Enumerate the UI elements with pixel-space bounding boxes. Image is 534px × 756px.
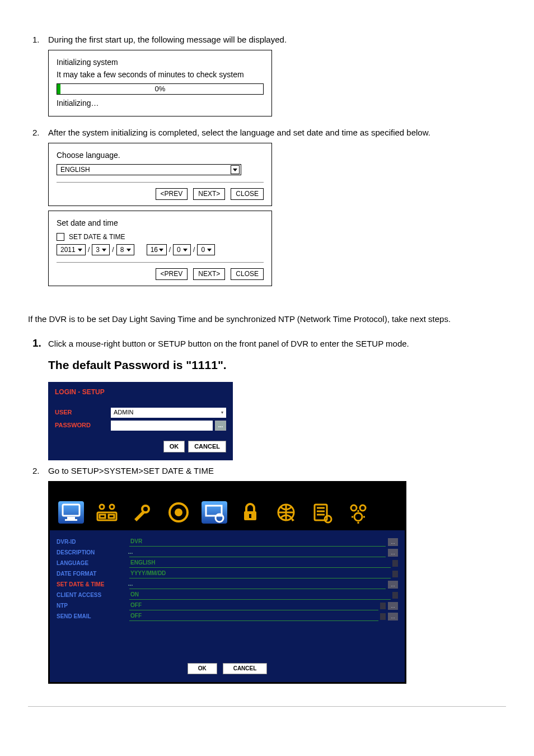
setup-row-label: LANGUAGE <box>57 559 129 567</box>
language-select[interactable]: ENGLISH <box>57 164 241 175</box>
cancel-button[interactable]: CANCEL <box>223 663 268 674</box>
chevron-down-icon[interactable] <box>392 560 398 567</box>
tools-tab-icon[interactable] <box>127 499 158 526</box>
password-field[interactable] <box>111 421 213 431</box>
progress-pct: 0% <box>57 84 263 94</box>
more-button[interactable]: ... <box>388 602 398 610</box>
chevron-down-icon[interactable] <box>231 165 240 174</box>
chevron-down-icon[interactable] <box>158 246 165 254</box>
setup-row: DATE FORMATYYYY/MM/DD <box>57 570 398 578</box>
svg-rect-16 <box>249 514 251 518</box>
log-tab-icon[interactable] <box>306 499 338 526</box>
next-button[interactable]: NEXT> <box>193 188 225 200</box>
setup-row-value[interactable]: YYYY/MM/DD <box>129 570 391 578</box>
network-tab-icon[interactable] <box>270 499 302 526</box>
chevron-down-icon[interactable] <box>380 613 386 620</box>
user-label: USER <box>55 408 111 417</box>
chevron-down-icon[interactable] <box>181 246 189 254</box>
day-select[interactable]: 8 <box>116 244 134 255</box>
setup-row-value[interactable]: ... <box>129 548 386 557</box>
ntp-paragraph: If the DVR is to be set Day Light Saving… <box>28 313 506 325</box>
display-tab-icon[interactable] <box>55 499 87 526</box>
password-keypad-button[interactable]: ... <box>215 421 226 431</box>
step2-text: After the system initializing is complet… <box>48 127 506 138</box>
dt-title: Set date and time <box>57 218 264 229</box>
month-value: 3 <box>96 245 100 255</box>
devices-tab-icon[interactable] <box>91 499 123 526</box>
cancel-button[interactable]: CANCEL <box>188 441 226 452</box>
svg-rect-2 <box>67 517 75 519</box>
setup-row-value[interactable]: DVR <box>129 538 386 547</box>
step1-text: During the first start up, the following… <box>48 34 506 45</box>
setup-row-label: DESCRIPTION <box>57 549 129 557</box>
minute-select[interactable]: 0 <box>173 244 191 255</box>
set-datetime-checkbox[interactable] <box>57 233 64 241</box>
hour-value: 16 <box>151 245 158 255</box>
init-line2: It may take a few seconds of minutes to … <box>57 69 264 81</box>
user-select[interactable]: ADMIN ▾ <box>111 408 226 418</box>
ok-button[interactable]: OK <box>188 663 217 674</box>
setup-step2-text: Go to SETUP>SYSTEM>SET DATE & TIME <box>48 465 506 477</box>
misc-tab-icon[interactable] <box>342 499 373 526</box>
user-value: ADMIN <box>114 408 133 417</box>
slash: / <box>193 245 195 255</box>
close-button[interactable]: CLOSE <box>231 268 264 280</box>
chevron-down-icon[interactable]: ▾ <box>221 409 223 416</box>
svg-point-9 <box>142 506 149 512</box>
svg-point-22 <box>354 513 362 521</box>
year-select[interactable]: 2011 <box>57 244 86 255</box>
setup-row-value[interactable]: ENGLISH <box>129 559 391 568</box>
month-select[interactable]: 3 <box>92 244 110 255</box>
login-dialog: LOGIN - SETUP USER ADMIN ▾ PASSWORD ... … <box>48 382 233 460</box>
setup-row-value[interactable]: ON <box>129 591 391 600</box>
chevron-down-icon[interactable] <box>100 246 108 254</box>
svg-point-21 <box>360 505 366 511</box>
list-number: 2. <box>28 465 48 477</box>
list-number: 2. <box>28 127 48 138</box>
record-tab-icon[interactable] <box>163 499 194 526</box>
chevron-down-icon[interactable] <box>380 603 386 609</box>
next-button[interactable]: NEXT> <box>193 268 225 280</box>
chevron-down-icon[interactable] <box>205 246 213 254</box>
init-dialog: Initializing system It may take a few se… <box>48 50 272 116</box>
progress-bar: 0% <box>57 83 264 95</box>
svg-rect-7 <box>100 515 105 518</box>
prev-button[interactable]: <PREV <box>156 268 188 280</box>
language-value: ENGLISH <box>60 165 90 175</box>
setup-row-value[interactable]: ... <box>129 580 386 589</box>
setup-row-label: SET DATE & TIME <box>57 581 129 589</box>
chevron-down-icon[interactable] <box>392 571 398 577</box>
minute-value: 0 <box>177 245 181 255</box>
svg-point-20 <box>351 505 357 511</box>
more-button[interactable]: ... <box>388 549 398 557</box>
chevron-down-icon[interactable] <box>392 592 398 599</box>
hour-select[interactable]: 16 <box>147 244 167 255</box>
svg-rect-3 <box>65 519 77 521</box>
setup-row-value[interactable]: OFF <box>129 612 378 621</box>
year-value: 2011 <box>60 245 76 255</box>
day-value: 8 <box>120 245 124 255</box>
setup-row-value[interactable]: OFF <box>129 601 378 610</box>
prev-button[interactable]: <PREV <box>156 188 188 200</box>
svg-point-5 <box>110 505 114 509</box>
setup-row-label: CLIENT ACCESS <box>57 591 129 599</box>
chevron-down-icon[interactable] <box>125 246 133 254</box>
second-select[interactable]: 0 <box>197 244 215 255</box>
close-button[interactable]: CLOSE <box>231 188 264 200</box>
more-button[interactable]: ... <box>388 581 398 589</box>
security-tab-icon[interactable] <box>235 499 266 526</box>
ok-button[interactable]: OK <box>163 441 185 452</box>
slash: / <box>169 245 171 255</box>
system-tab-icon[interactable] <box>199 499 230 526</box>
slash: / <box>88 245 90 255</box>
chevron-down-icon[interactable] <box>76 246 84 254</box>
password-label: PASSWORD <box>55 421 111 430</box>
default-password-heading: The default Password is "1111". <box>48 357 506 373</box>
list-number: 1. <box>28 34 48 45</box>
setup-step1-text: Click a mouse-right button or SETUP butt… <box>48 338 506 349</box>
more-button[interactable]: ... <box>388 613 398 620</box>
setup-row-label: DATE FORMAT <box>57 570 129 578</box>
setup-row: NTPOFF... <box>57 601 398 610</box>
more-button[interactable]: ... <box>388 538 398 546</box>
setup-row: DESCRIPTION...... <box>57 548 398 557</box>
